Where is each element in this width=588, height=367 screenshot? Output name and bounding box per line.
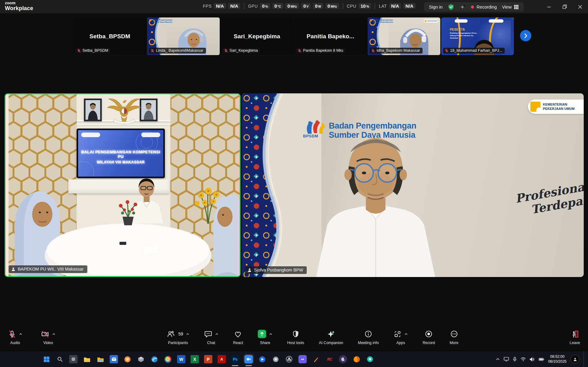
leave-button[interactable]: Leave (570, 329, 580, 345)
participant-tile-setba[interactable]: Setba_BPSDM Setba_BPSDM (74, 17, 146, 55)
security-shield-icon[interactable] (448, 4, 454, 10)
display-tray-icon[interactable] (504, 357, 509, 361)
chevron-up-icon[interactable] (52, 333, 55, 335)
leave-meeting-icon (571, 330, 579, 338)
search-icon[interactable] (56, 355, 64, 363)
browser-orange-icon[interactable] (123, 355, 131, 363)
participant-tile-farhan[interactable]: PESERTA Pelatihan Pengangkatan Perta... … (441, 17, 514, 55)
mic-muted-icon (8, 330, 16, 338)
recording-indicator: Recording (471, 5, 497, 9)
minimize-button[interactable] (541, 0, 557, 13)
tv-highlight-pill (81, 133, 100, 137)
chat-button[interactable]: Chat (204, 329, 218, 345)
audio-button[interactable]: Audio (8, 329, 22, 345)
file-explorer-icon[interactable] (83, 355, 91, 363)
active-speaker-tile-bapekom[interactable]: BALAI PENGEMBANGAN KOMPETENSI PU WILAYAH… (5, 93, 241, 277)
lat-label: LAT (379, 4, 387, 9)
participant-name-pill: Linda_ Bapekom8Makassar (149, 48, 206, 54)
edge-browser-icon[interactable] (150, 355, 158, 363)
slide-line: Pelatihan Pengangkatan Perta... (450, 32, 478, 34)
meeting-info-button[interactable]: Meeting info (358, 329, 379, 345)
org-mini-logo (370, 19, 372, 21)
discord-like-icon[interactable] (298, 355, 307, 363)
mic-muted-icon (150, 49, 154, 53)
heart-icon (234, 330, 242, 338)
react-button[interactable]: React (233, 329, 243, 345)
rc-app-icon[interactable]: RC (325, 355, 334, 363)
photoshop-icon[interactable]: Ps (231, 355, 239, 363)
ministry-badge: KEMENTERIAN PEKERJAAN UMUM (528, 99, 584, 114)
ai-companion-button[interactable]: AI Companion (319, 329, 343, 345)
speaker-tile-sjofva[interactable]: BPSDM Badan Pengembangan Sumber Daya Man… (242, 93, 584, 277)
task-view-icon[interactable] (69, 355, 78, 363)
start-button-icon[interactable] (42, 355, 51, 363)
tv-screen: BALAI PENGEMBANGAN KOMPETENSI PU WILAYAH… (78, 130, 163, 177)
taskbar-clock[interactable]: 08:52:00 06/10/2025 (548, 354, 567, 364)
participant-tile-linda[interactable]: Badan Pengembangan Sumber Daya Manusia L… (147, 17, 220, 55)
gallery-next-page-button[interactable] (520, 30, 531, 41)
chevron-up-icon[interactable] (19, 333, 22, 335)
settings-gray-icon[interactable] (271, 355, 280, 363)
chrome-browser-icon[interactable] (164, 355, 172, 363)
participant-tile-sari[interactable]: Sari_Kepegbima Sari_Kepegbima (221, 17, 293, 55)
zoom-meeting-window: zoom Workplace FPS N/A N/A GPU 0% 0°C 0M… (0, 0, 588, 367)
obs-icon[interactable] (285, 355, 293, 363)
right-participant-woman (213, 178, 241, 277)
sign-in-button[interactable]: Sign in (429, 5, 442, 9)
volume-tray-icon[interactable] (530, 357, 535, 361)
mail-app-icon[interactable] (110, 355, 118, 363)
participant-name-pill: 19_Muhammad Farhan_BPJ... (443, 48, 505, 54)
mic-tray-icon[interactable] (513, 357, 517, 362)
zoom-app-icon[interactable] (245, 355, 253, 363)
corner-profile-icon[interactable] (571, 355, 579, 364)
slide-title: PESERTA (450, 28, 465, 31)
media-player-icon[interactable] (258, 355, 266, 363)
recording-dot-icon (471, 6, 474, 9)
teal-app-icon[interactable] (366, 355, 374, 363)
excel-icon[interactable]: X (191, 355, 199, 363)
close-button[interactable] (572, 0, 588, 13)
chevron-up-icon[interactable] (186, 333, 189, 335)
powerpoint-icon[interactable]: P (204, 355, 212, 363)
apps-button[interactable]: Apps (393, 329, 408, 345)
more-button[interactable]: More (450, 329, 458, 345)
video-button[interactable]: Video (41, 329, 55, 345)
wifi-tray-icon[interactable] (521, 357, 526, 361)
gallery-strip: Setba_BPSDM Setba_BPSDM Badan Pengembang… (74, 17, 514, 55)
participant-name-pill: Setba_BPSDM (75, 48, 111, 54)
performance-overlay: FPS N/A N/A GPU 0% 0°C 0MHz 0V 0W 0MHz C… (203, 3, 415, 9)
participants-button[interactable]: 59 Participants (167, 329, 189, 345)
ai-sparkle-icon[interactable] (460, 4, 466, 10)
battery-tray-icon[interactable] (539, 358, 544, 361)
share-button[interactable]: Share (258, 329, 272, 345)
chevron-up-icon[interactable] (215, 333, 218, 335)
shield-icon (292, 330, 300, 338)
participant-tile-idha[interactable]: Badan Pengembangan Sumber Daya Manusia I… (368, 17, 440, 55)
restore-button[interactable] (557, 0, 572, 13)
host-tools-button[interactable]: Host tools (287, 329, 304, 345)
participants-count: 59 (178, 331, 183, 336)
hidden-icons-chevron[interactable] (496, 358, 500, 361)
night-mode-app-icon[interactable] (339, 355, 347, 363)
system-tray: 08:52:00 06/10/2025 (496, 351, 585, 367)
pu-ministry-logo (530, 102, 541, 112)
info-icon (364, 330, 372, 338)
word-icon[interactable]: W (177, 355, 185, 363)
participant-name-pill: Idha_Bapekom Makassar (370, 48, 423, 54)
record-button[interactable]: Record (423, 329, 435, 345)
show-desktop-strip[interactable] (583, 351, 585, 367)
meeting-toolbar: Audio Video 59 Participants (0, 325, 588, 351)
chevron-up-icon[interactable] (404, 333, 408, 335)
firefox-icon[interactable] (352, 355, 361, 363)
title-bar: zoom Workplace FPS N/A N/A GPU 0% 0°C 0M… (0, 0, 588, 13)
brand-zoom: zoom (5, 1, 33, 5)
record-icon (425, 330, 433, 338)
3d-viewer-icon[interactable] (137, 355, 145, 363)
stylus-pen-icon[interactable] (312, 355, 320, 363)
documents-folder-icon[interactable] (96, 355, 104, 363)
participant-tile-panitia[interactable]: Panitia Bapeko... Panitia Bapekom 8 Mks (294, 17, 367, 55)
slide-logo-pill-right (489, 19, 503, 23)
view-button[interactable]: View (502, 5, 518, 9)
chevron-up-icon[interactable] (269, 333, 272, 335)
acrobat-icon[interactable]: A (218, 355, 226, 363)
